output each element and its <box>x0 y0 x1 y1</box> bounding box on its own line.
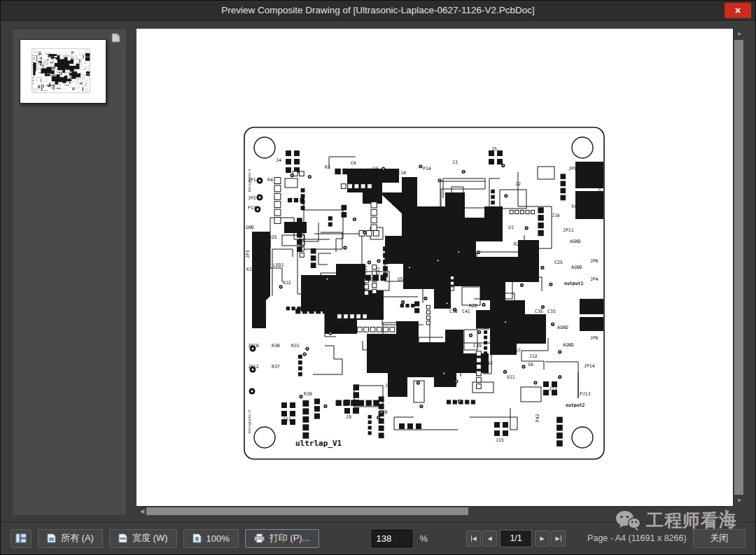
svg-text:C25: C25 <box>554 260 563 265</box>
svg-text:Designator1: Designator1 <box>247 169 252 192</box>
svg-text:R28: R28 <box>469 303 477 309</box>
watermark: 工程师看海 <box>615 509 737 532</box>
svg-text:J15: J15 <box>496 437 504 443</box>
fit-width-label: 宽度 (W) <box>132 532 168 545</box>
svg-text:S6: S6 <box>528 362 533 367</box>
svg-text:C19: C19 <box>363 265 368 274</box>
svg-text:Designator3: Designator3 <box>247 410 252 433</box>
page-corner-icon <box>111 33 120 45</box>
svg-text:JP10: JP10 <box>248 343 259 349</box>
svg-text:ultrlap_V1: ultrlap_V1 <box>295 439 342 448</box>
svg-text:R4: R4 <box>267 177 273 183</box>
svg-text:AGND: AGND <box>557 325 568 330</box>
svg-text:JP11: JP11 <box>563 227 574 233</box>
svg-text:JP8: JP8 <box>590 302 598 308</box>
svg-text:C38: C38 <box>449 309 458 314</box>
svg-text:C35: C35 <box>535 309 543 314</box>
thumbnail-panel <box>12 29 127 516</box>
svg-text:P13: P13 <box>248 205 256 211</box>
fit-all-button[interactable]: 所有 (A) <box>38 529 103 548</box>
page-number-input[interactable] <box>500 530 532 547</box>
zoom-100-button[interactable]: 100% <box>183 529 239 548</box>
horizontal-scrollbar-thumb[interactable] <box>146 507 468 515</box>
preview-dialog: { "titlebar": { "title": "Preview Compos… <box>0 0 756 555</box>
svg-text:C42: C42 <box>484 360 493 366</box>
svg-text:J16: J16 <box>552 213 560 218</box>
zoom-100-label: 100% <box>206 533 230 544</box>
preview-page: JP1R4J4R3C6C9C14P14J3J5JP9JP2P13J25VJ16J… <box>136 29 733 506</box>
svg-text:R37: R37 <box>272 364 280 370</box>
svg-text:JP2: JP2 <box>248 195 256 201</box>
next-page-button[interactable]: ▶ <box>535 531 550 547</box>
prev-page-icon: ◀ <box>488 535 492 542</box>
svg-text:JP4: JP4 <box>590 276 598 282</box>
zoom-100-icon <box>192 533 202 543</box>
svg-text:JP3: JP3 <box>245 250 251 258</box>
svg-text:K1: K1 <box>246 267 252 272</box>
svg-text:output1: output1 <box>564 281 583 286</box>
svg-text:GND: GND <box>246 225 254 230</box>
svg-text:Designator2: Designator2 <box>597 169 602 192</box>
svg-text:C22: C22 <box>375 267 381 275</box>
dialog-title: Preview Composite Drawing of [Ultrasonic… <box>1 1 755 20</box>
svg-text:P12: P12 <box>302 301 311 307</box>
first-page-icon: ◀ <box>471 535 477 542</box>
svg-text:J3: J3 <box>452 160 458 165</box>
thumbnail-pcb-image <box>31 48 90 93</box>
fit-all-icon <box>47 533 56 543</box>
last-page-button[interactable]: ▶ <box>551 531 566 547</box>
svg-text:PJ13: PJ13 <box>580 391 591 397</box>
vertical-scrollbar[interactable]: ▲ ▼ <box>733 29 744 506</box>
svg-text:J2: J2 <box>515 181 521 187</box>
wechat-icon <box>615 510 640 531</box>
svg-text:JP9: JP9 <box>568 166 577 171</box>
next-page-icon: ▶ <box>540 535 545 542</box>
panes-icon <box>15 533 27 543</box>
printer-icon <box>254 533 265 543</box>
scroll-down-icon[interactable]: ▼ <box>734 496 745 506</box>
svg-text:R12: R12 <box>283 280 291 286</box>
svg-text:JP14: JP14 <box>584 363 595 369</box>
svg-text:AGND: AGND <box>570 239 581 244</box>
page-thumbnail[interactable] <box>20 39 106 104</box>
svg-text:U7: U7 <box>515 348 521 353</box>
svg-text:J13: J13 <box>549 386 557 392</box>
fit-all-label: 所有 (A) <box>61 532 94 545</box>
svg-text:C41: C41 <box>462 309 470 314</box>
svg-text:U11: U11 <box>507 374 515 380</box>
fit-width-icon <box>118 533 127 543</box>
svg-text:C9: C9 <box>372 166 378 171</box>
scroll-up-icon[interactable]: ▲ <box>734 29 745 38</box>
svg-text:J12: J12 <box>529 353 538 359</box>
close-button[interactable]: × <box>724 3 751 18</box>
last-page-icon: ▶ <box>556 535 561 542</box>
first-page-button[interactable]: ◀ <box>466 531 481 547</box>
svg-text:AGND: AGND <box>563 342 574 348</box>
svg-text:R29: R29 <box>332 325 340 331</box>
svg-text:JP12: JP12 <box>248 364 259 370</box>
thumbnails-toggle-button[interactable] <box>10 529 31 548</box>
fit-width-button[interactable]: 宽度 (W) <box>109 529 177 548</box>
zoom-input[interactable] <box>372 530 412 547</box>
svg-text:R31: R31 <box>291 343 300 349</box>
close-icon: × <box>735 5 741 16</box>
svg-text:J5: J5 <box>491 146 497 152</box>
vertical-scrollbar-thumb[interactable] <box>734 40 743 495</box>
svg-text:U1: U1 <box>508 225 514 230</box>
prev-page-button[interactable]: ◀ <box>482 531 497 547</box>
svg-text:P42: P42 <box>535 414 540 422</box>
svg-text:Z3: Z3 <box>335 295 340 301</box>
print-button[interactable]: 打印 (P)... <box>245 529 319 548</box>
svg-text:J11: J11 <box>283 416 291 422</box>
svg-text:AGND: AGND <box>571 265 582 270</box>
svg-text:JP6: JP6 <box>590 258 598 264</box>
zoom-unit-label: % <box>420 533 428 544</box>
svg-text:J9: J9 <box>346 414 351 420</box>
svg-text:J4: J4 <box>276 157 281 163</box>
svg-text:U5: U5 <box>398 276 403 282</box>
svg-text:R39: R39 <box>304 391 312 397</box>
svg-text:output2: output2 <box>566 402 584 408</box>
svg-text:JP6: JP6 <box>590 335 598 341</box>
svg-text:LED1: LED1 <box>273 262 284 268</box>
svg-text:R3: R3 <box>325 164 330 170</box>
